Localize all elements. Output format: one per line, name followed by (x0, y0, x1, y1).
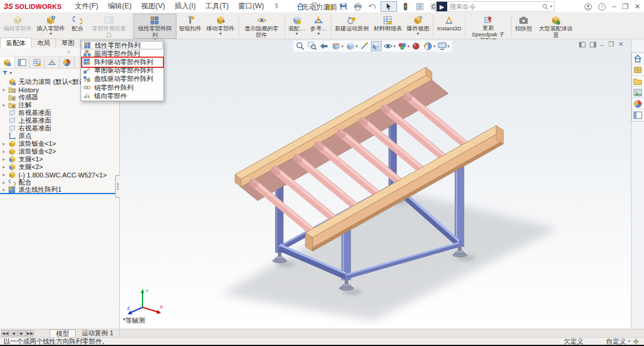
ribbon-button-show-hidden[interactable]: 显示隐藏的零部件 (240, 14, 283, 39)
tab-草图[interactable]: 草图 (56, 38, 80, 48)
expand-arrow-icon[interactable]: ▸ (1, 164, 7, 170)
pane-icon[interactable] (632, 110, 644, 121)
file-explorer-icon[interactable] (632, 76, 644, 87)
expand-arrow-icon[interactable]: ▸ (1, 157, 7, 162)
expand-arrow-icon[interactable]: ▸ (1, 141, 7, 146)
search-icon[interactable]: ▾ (542, 4, 554, 10)
orientation-cube-icon[interactable] (371, 41, 382, 51)
ribbon-button-large-assembly[interactable]: 大型装配体设置 (534, 14, 577, 39)
view-orientation-icon[interactable] (345, 41, 355, 51)
tree-item-8[interactable]: ▸滚筒钣金<2> (0, 148, 119, 155)
expand-arrow-icon[interactable]: ▸ (1, 149, 7, 154)
view-settings-icon[interactable] (436, 41, 447, 51)
dimxpert-tab[interactable] (45, 57, 60, 68)
configuration-manager-tab[interactable] (30, 57, 45, 68)
tab-装配体[interactable]: 装配体 (0, 38, 32, 48)
dropdown-caret-icon[interactable]: ▼ (218, 32, 222, 36)
tree-item-11[interactable]: ▸(-) 1.800.SWC.ACC-W527<1> (0, 171, 119, 179)
caret-icon[interactable]: ▾ (355, 44, 358, 49)
doc-close-button[interactable]: ✕ (618, 40, 624, 48)
expand-arrow-icon[interactable]: ▸ (1, 102, 7, 108)
ribbon-button-bom[interactable]: 材料明细表 (371, 14, 405, 39)
ribbon-button-exploded-view[interactable]: 爆炸视图▼ (404, 14, 432, 39)
menu-insert[interactable]: 插入(I) (170, 0, 200, 13)
appearance-icon[interactable] (411, 41, 422, 51)
expand-arrow-icon[interactable]: ▸ (1, 187, 7, 192)
display-style-icon[interactable] (383, 41, 394, 51)
tree-item-2[interactable]: ▸A注解 (0, 101, 119, 109)
panel-splitter-handle[interactable] (115, 175, 120, 198)
tab-next-button[interactable]: ▶ (18, 330, 26, 336)
ribbon-button-mate[interactable]: 配合 (67, 14, 88, 39)
dropdown-caret-icon[interactable]: ▼ (49, 32, 53, 36)
minimize-button[interactable]: – (612, 2, 616, 11)
tab-布局[interactable]: 布局 (32, 38, 56, 48)
tab-first-button[interactable]: ◀◀ (1, 330, 9, 336)
property-manager-tab[interactable] (15, 57, 30, 68)
expand-arrow-icon[interactable]: ▸ (1, 180, 7, 185)
menu-edit[interactable]: 编辑(E) (103, 0, 137, 13)
menu-file[interactable]: 文件(F) (70, 0, 103, 13)
display-manager-tab[interactable] (60, 57, 75, 68)
hide-show-icon[interactable] (397, 41, 407, 51)
ribbon-button-instant3d[interactable]: Instant3D (435, 14, 464, 39)
zoom-fit-icon[interactable] (295, 41, 306, 51)
expand-arrow-icon[interactable]: ▸ (1, 172, 7, 177)
tab-prev-button[interactable]: ◀ (10, 330, 17, 336)
doc-restore-button[interactable]: ❐ (608, 40, 614, 48)
menu-item-pattern-driven[interactable]: 阵列驱动零部件阵列 (82, 58, 163, 66)
dropdown-caret-icon[interactable]: ▼ (416, 32, 420, 36)
ribbon-button-snapshot[interactable]: 拍快照 (513, 14, 535, 39)
zoom-area-icon[interactable] (307, 41, 318, 51)
ribbon-button-move-component[interactable]: 移动零部件▼ (204, 14, 237, 39)
tab-model[interactable]: 模型 (49, 329, 76, 337)
menu-item-circular-pattern[interactable]: 圆周零部件阵列 (82, 49, 163, 58)
tree-item-9[interactable]: ▸支腿<1> (0, 155, 119, 163)
tab-motion-study[interactable]: 运动算例 1 (76, 329, 120, 337)
expand-arrow-icon[interactable]: ▸ (1, 87, 7, 92)
dropdown-caret-icon[interactable]: ▼ (295, 32, 299, 36)
ribbon-button-smart-fasteners[interactable]: 智能扣件 (177, 14, 204, 39)
caret-icon[interactable]: ▾ (447, 44, 450, 49)
caret-icon[interactable]: ▾ (434, 44, 436, 49)
scene-icon[interactable] (423, 41, 434, 51)
tab-last-button[interactable]: ▶▶ (26, 330, 34, 336)
menu-view[interactable]: 视图(V) (137, 0, 170, 13)
previous-view-icon[interactable] (319, 41, 330, 51)
menu-item-sketch-driven[interactable]: 草图驱动零部件阵列 (82, 67, 163, 75)
caret-icon[interactable]: ▾ (394, 44, 396, 49)
ribbon-button-reference-geometry[interactable]: 参考…▼ (308, 14, 330, 39)
account-icon[interactable] (584, 3, 592, 11)
print-icon[interactable] (352, 1, 364, 12)
tree-item-10[interactable]: ▸支腿<2> (0, 163, 119, 171)
ribbon-button-assembly-features[interactable]: 装配…▼ (286, 14, 308, 39)
help-icon[interactable]: ? (598, 3, 606, 11)
tree-item-3[interactable]: 前视基准面 (0, 109, 119, 117)
ribbon-button-insert-component[interactable]: 插入零部件▼ (35, 14, 68, 39)
home-icon[interactable] (632, 53, 644, 64)
ribbon-button-motion-study[interactable]: 新建运动算例 (333, 14, 371, 39)
menu-item-chain-pattern[interactable]: 链零部件阵列 (82, 83, 163, 92)
custom-properties-icon[interactable] (632, 98, 644, 110)
graphics-viewport[interactable]: ▾▾▾▾▾▾ – ❐ ✕ Y X Z *等轴测 (120, 39, 631, 329)
appearances-icon[interactable] (632, 87, 644, 98)
status-gear-icon[interactable] (633, 338, 639, 345)
tree-item-4[interactable]: 上视基准面 (0, 117, 119, 124)
tree-item-12[interactable]: ▸配合 (0, 179, 119, 186)
menu-window[interactable]: 窗口(W) (233, 0, 268, 13)
status-custom[interactable]: 自定义 (606, 337, 626, 346)
menu-item-curve-driven[interactable]: 曲线驱动零部件阵列 (82, 75, 163, 83)
pin-icon[interactable]: ✎ (272, 2, 281, 11)
tree-item-5[interactable]: 右视基准面 (0, 124, 119, 132)
ribbon-button-linear-pattern[interactable]: 线性零部件阵列▼ (134, 14, 177, 39)
undo-icon[interactable] (366, 1, 378, 12)
ribbon-button-speedpak[interactable]: 更新 Speedpak 子装配体 (467, 14, 510, 39)
tree-item-7[interactable]: ▸滚筒钣金<1> (0, 140, 119, 148)
caret-icon[interactable]: ▾ (342, 44, 344, 49)
section-view-icon[interactable] (331, 41, 342, 51)
restore-button[interactable]: ❐ (622, 2, 628, 11)
menu-item-linear-pattern[interactable]: 线性零部件阵列 (82, 41, 163, 49)
menu-tools[interactable]: 工具(T) (200, 0, 233, 13)
doc-minimize-button[interactable]: – (600, 41, 604, 48)
menu-item-mirror-components[interactable]: 镜向零部件 (82, 92, 163, 100)
